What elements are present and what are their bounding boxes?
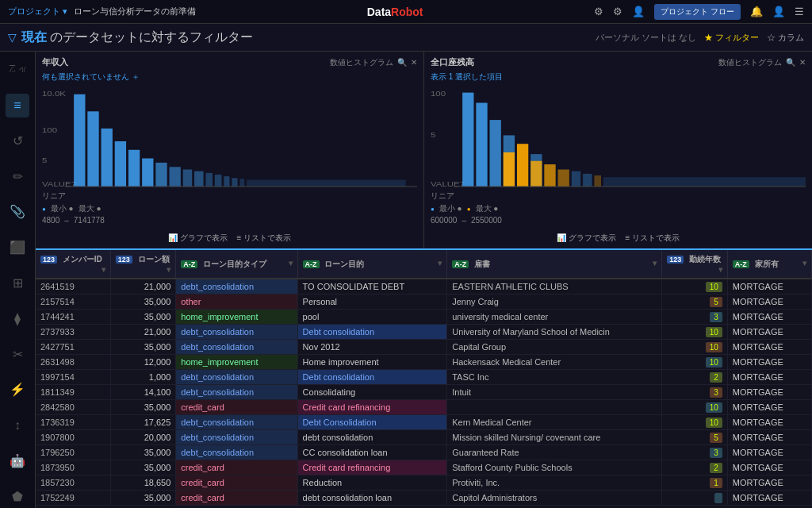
cell-years: 5: [662, 430, 728, 445]
cell-loan-type: credit_card: [176, 460, 297, 475]
table-row[interactable]: 2641519 21,000 debt_consolidation TO CON…: [36, 279, 812, 294]
hist-search-icon-2[interactable]: 🔍: [786, 58, 795, 67]
min-dot-1: ●: [42, 206, 46, 213]
cell-employer: TASC Inc: [447, 370, 662, 385]
cell-loan-purpose: Nov 2012: [297, 340, 447, 355]
cell-loan-amt: 17,625: [110, 415, 176, 430]
chart-area-1: 10.0K 100 5 VALUE7: [42, 86, 417, 189]
cell-loan-amt: 35,000: [110, 400, 176, 415]
col-header-employer[interactable]: A-Z 雇書 ▾: [447, 250, 662, 279]
table-row[interactable]: 1736319 17,625 debt_consolidation Debt C…: [36, 415, 812, 430]
sidebar: ツール ≡ ↺ ✏ 📎 ⬛ ⊞ ⧫ ✂ ⚡ ↕ 🤖 ⬟: [0, 52, 36, 508]
sidebar-cut-icon[interactable]: ✂: [6, 342, 29, 366]
cell-home: MORTGAGE: [727, 310, 811, 325]
table-row[interactable]: 1796250 35,000 debt_consolidation CC con…: [36, 445, 812, 460]
hist-close-icon-2[interactable]: ✕: [799, 58, 806, 67]
sidebar-bolt-icon[interactable]: ⚡: [6, 378, 29, 402]
chevron-loan-amt: ▾: [167, 265, 170, 274]
list-view-btn-1[interactable]: ≡ リストで表示: [237, 233, 292, 244]
cell-years: 3: [662, 310, 728, 325]
settings-icon[interactable]: ⚙: [594, 6, 603, 17]
table-row[interactable]: 2842580 35,000 credit_card Credit card r…: [36, 400, 812, 415]
col-type-loan-type: A-Z: [181, 260, 197, 268]
cell-employer: Intuit: [447, 385, 662, 400]
sidebar-table-icon[interactable]: ⊞: [6, 271, 29, 295]
cell-loan-type: credit_card: [176, 491, 297, 506]
table-row[interactable]: 2427751 35,000 debt_consolidation Nov 20…: [36, 340, 812, 355]
graph-view-btn-1[interactable]: 📊 グラフで表示: [168, 233, 228, 244]
sidebar-data-icon[interactable]: ⧫: [6, 306, 29, 330]
svg-rect-36: [504, 152, 515, 187]
hist-footer-1: リニア ● 最小 ● 最大 ● 4800 – 7141778: [42, 190, 417, 229]
bell-icon[interactable]: 🔔: [750, 6, 763, 17]
table-row[interactable]: 1744241 35,000 home_improvement pool uni…: [36, 310, 812, 325]
sidebar-shape-icon[interactable]: ⬟: [6, 484, 29, 508]
col-header-loan-amt[interactable]: 123 ローン額 ▾: [110, 250, 176, 279]
filter-title: ▽ 現在 のデータセットに対するフィルター: [8, 29, 253, 46]
hist-search-icon-1[interactable]: 🔍: [397, 58, 407, 67]
hist-range-2: ● 最小 ● ● 最大 ●: [431, 203, 806, 214]
svg-rect-39: [530, 161, 542, 187]
cell-loan-type: debt_consolidation: [176, 385, 297, 400]
sidebar-robot-icon[interactable]: 🤖: [6, 448, 29, 472]
svg-rect-14: [205, 173, 213, 187]
table-row[interactable]: 2631498 12,000 home_improvement Home imp…: [36, 355, 812, 370]
svg-rect-32: [462, 93, 473, 187]
table-row[interactable]: 1811349 14,100 debt_consolidation Consol…: [36, 385, 812, 400]
cell-employer: EASTERN ATHLETIC CLUBS: [447, 279, 662, 294]
svg-rect-10: [155, 163, 167, 187]
sidebar-sort-icon[interactable]: ↕: [6, 414, 29, 437]
table-row[interactable]: 1857230 18,650 credit_card Reduction Pro…: [36, 475, 812, 491]
list-view-btn-2[interactable]: ≡ リストで表示: [626, 233, 680, 244]
hist-header-2: 全口座残高 数値ヒストグラム 🔍 ✕: [431, 56, 806, 68]
hist-selection-2: 表示 1 選択した項目: [431, 71, 806, 83]
project-flow-button[interactable]: プロジェクト フロー: [654, 4, 741, 20]
table-row[interactable]: 1873950 35,000 credit_card Credit card r…: [36, 460, 812, 475]
sidebar-attach-icon[interactable]: 📎: [6, 200, 29, 224]
svg-rect-34: [490, 120, 501, 187]
logo-data: Data: [367, 6, 391, 18]
table-row[interactable]: 1752249 35,000 credit_card debt consolid…: [36, 491, 812, 506]
cell-years: 3: [662, 385, 728, 400]
cell-loan-purpose: debt consolidation loan: [297, 491, 447, 506]
cell-member-id: 1744241: [36, 310, 110, 325]
table-row[interactable]: 1997154 1,000 debt_consolidation Debt co…: [36, 370, 812, 385]
graph-view-btn-2[interactable]: 📊 グラフで表示: [557, 233, 616, 244]
user-icon[interactable]: 👤: [772, 6, 785, 17]
col-header-years[interactable]: 123 勤続年数 ▾: [662, 250, 728, 279]
table-row[interactable]: 1907800 20,000 debt_consolidation debt c…: [36, 430, 812, 445]
range-values-2: 600000 – 2550000: [431, 216, 806, 225]
column-button[interactable]: ☆ カラム: [767, 32, 804, 44]
col-header-home[interactable]: A-Z 家所有 ▾: [727, 250, 811, 279]
sidebar-history-icon[interactable]: ↺: [6, 129, 29, 153]
cell-home: MORTGAGE: [727, 415, 811, 430]
col-header-loan-type[interactable]: A-Z ローン目的タイプ ▾: [176, 250, 297, 279]
cell-employer: Stafford County Public Schools: [447, 460, 662, 475]
menu-icon[interactable]: ☰: [795, 6, 804, 17]
cell-home: MORTGAGE: [727, 385, 811, 400]
users-icon[interactable]: 👤: [632, 6, 645, 17]
chevron-member: ▾: [102, 265, 105, 274]
cell-member-id: 2631498: [36, 355, 110, 370]
cell-employer: Capitol Administrators: [447, 491, 662, 506]
hist-close-icon-1[interactable]: ✕: [411, 58, 417, 67]
col-type-member: 123: [40, 256, 57, 264]
col-header-member[interactable]: 123 メンバーID ▾: [36, 250, 110, 279]
table-row[interactable]: 2157514 35,000 other Personal Jenny Crai…: [36, 294, 812, 310]
sidebar-menu-icon[interactable]: ≡: [6, 94, 29, 117]
cell-loan-type: debt_consolidation: [176, 430, 297, 445]
sidebar-grid-icon[interactable]: ⬛: [6, 236, 29, 260]
table-header-row: 123 メンバーID ▾ 123 ローン額 ▾ A-Z ローン目的タイプ: [36, 250, 812, 279]
cell-employer: Jenny Craig: [447, 294, 662, 310]
content-area: 年収入 数値ヒストグラム 🔍 ✕ 何も選択されていません ＋ 10.0K 100: [36, 52, 812, 508]
share-icon[interactable]: ⚙: [613, 6, 622, 17]
cell-employer: Protiviti, Inc.: [447, 475, 662, 491]
cell-loan-type: debt_consolidation: [176, 415, 297, 430]
col-header-loan-purpose[interactable]: A-Z ローン目的 ▾: [297, 250, 447, 279]
breadcrumb[interactable]: プロジェクト ▾: [8, 6, 67, 17]
hist-range-1: ● 最小 ● 最大 ●: [42, 203, 417, 214]
table-row[interactable]: 2737933 21,000 debt_consolidation Debt c…: [36, 325, 812, 340]
sidebar-edit-icon[interactable]: ✏: [6, 164, 29, 188]
cell-member-id: 1752249: [36, 491, 110, 506]
filter-button[interactable]: ★ フィルター: [704, 32, 759, 44]
